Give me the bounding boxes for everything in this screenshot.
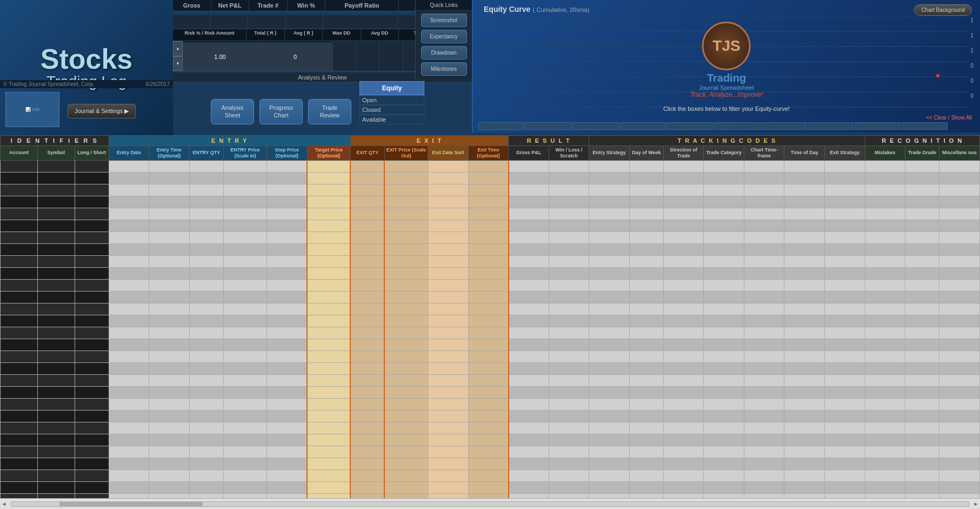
table-cell[interactable] [663,160,704,172]
table-cell[interactable] [189,386,223,398]
table-cell[interactable] [75,279,109,291]
table-cell[interactable] [549,172,589,184]
table-cell[interactable] [223,410,266,422]
table-cell[interactable] [784,315,825,327]
filter-box-5[interactable] [666,122,712,130]
table-cell[interactable] [939,410,980,422]
table-cell[interactable] [307,410,350,422]
table-cell[interactable] [549,339,589,351]
table-row[interactable] [1,339,980,351]
table-cell[interactable] [509,362,549,374]
table-row[interactable] [1,481,980,493]
table-cell[interactable] [744,493,784,498]
table-cell[interactable] [663,196,704,208]
table-cell[interactable] [350,291,384,303]
table-cell[interactable] [189,184,223,196]
table-cell[interactable] [307,374,350,386]
table-cell[interactable] [744,481,784,493]
table-cell[interactable] [75,291,109,303]
table-row[interactable] [1,386,980,398]
table-cell[interactable] [37,184,75,196]
table-cell[interactable] [704,220,744,232]
table-cell[interactable] [784,446,825,458]
table-cell[interactable] [939,386,980,398]
table-row[interactable] [1,362,980,374]
table-cell[interactable] [905,196,939,208]
table-cell[interactable] [428,327,469,339]
table-cell[interactable] [350,160,384,172]
table-row[interactable] [1,184,980,196]
table-cell[interactable] [589,398,630,410]
table-cell[interactable] [149,303,190,315]
table-cell[interactable] [428,160,469,172]
table-cell[interactable] [825,362,865,374]
table-cell[interactable] [267,470,308,481]
table-cell[interactable] [75,481,109,493]
table-cell[interactable] [109,291,149,303]
table-cell[interactable] [629,410,663,422]
table-cell[interactable] [307,160,350,172]
table-cell[interactable] [509,243,549,255]
table-cell[interactable] [549,267,589,279]
table-cell[interactable] [589,160,630,172]
table-cell[interactable] [350,481,384,493]
table-cell[interactable] [865,208,905,220]
table-cell[interactable] [704,458,744,470]
table-cell[interactable] [549,232,589,243]
table-cell[interactable] [384,303,428,315]
table-cell[interactable] [428,255,469,267]
table-cell[interactable] [428,291,469,303]
table-cell[interactable] [744,351,784,362]
table-cell[interactable] [223,327,266,339]
table-cell[interactable] [428,481,469,493]
table-cell[interactable] [109,279,149,291]
table-cell[interactable] [1,243,38,255]
table-cell[interactable] [549,208,589,220]
table-cell[interactable] [223,374,266,386]
table-cell[interactable] [384,446,428,458]
table-cell[interactable] [384,184,428,196]
table-cell[interactable] [549,315,589,327]
table-cell[interactable] [267,410,308,422]
table-cell[interactable] [384,351,428,362]
table-cell[interactable] [825,243,865,255]
table-cell[interactable] [307,398,350,410]
table-cell[interactable] [428,315,469,327]
table-cell[interactable] [784,339,825,351]
table-cell[interactable] [704,208,744,220]
table-cell[interactable] [307,303,350,315]
table-cell[interactable] [350,422,384,434]
table-cell[interactable] [939,493,980,498]
table-cell[interactable] [784,267,825,279]
table-row[interactable] [1,208,980,220]
table-cell[interactable] [468,374,509,386]
equity-option-available[interactable]: Available [359,115,424,124]
table-cell[interactable] [1,184,38,196]
table-cell[interactable] [905,339,939,351]
table-cell[interactable] [589,481,630,493]
table-cell[interactable] [1,458,38,470]
table-cell[interactable] [509,470,549,481]
table-cell[interactable] [704,232,744,243]
table-cell[interactable] [350,243,384,255]
table-cell[interactable] [629,339,663,351]
table-cell[interactable] [75,327,109,339]
table-cell[interactable] [1,446,38,458]
table-cell[interactable] [267,255,308,267]
table-cell[interactable] [704,327,744,339]
table-cell[interactable] [865,481,905,493]
table-cell[interactable] [307,315,350,327]
table-cell[interactable] [704,434,744,446]
table-cell[interactable] [784,232,825,243]
table-cell[interactable] [784,386,825,398]
table-cell[interactable] [468,184,509,196]
table-cell[interactable] [428,208,469,220]
table-cell[interactable] [865,232,905,243]
table-cell[interactable] [109,267,149,279]
table-cell[interactable] [37,291,75,303]
table-cell[interactable] [744,315,784,327]
table-cell[interactable] [75,267,109,279]
table-cell[interactable] [307,351,350,362]
filter-box-3[interactable] [572,122,618,130]
table-cell[interactable] [509,481,549,493]
